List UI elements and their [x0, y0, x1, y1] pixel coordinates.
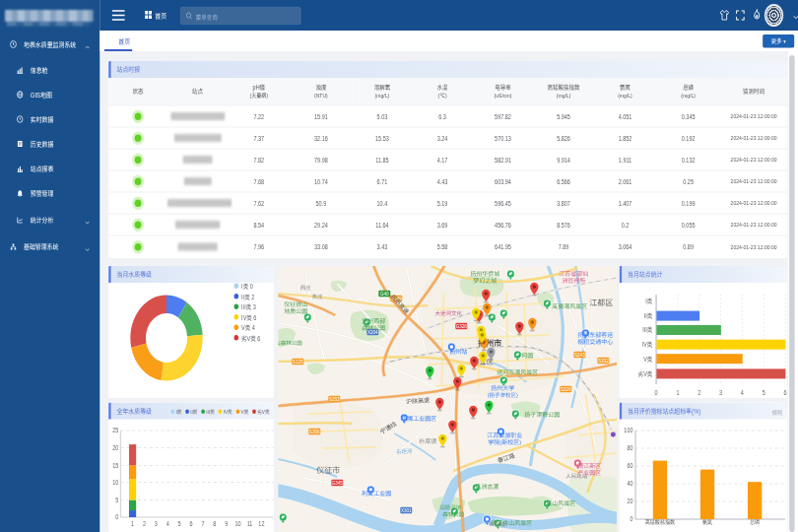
svg-text:I类: I类 — [645, 298, 652, 305]
svg-text:20: 20 — [627, 499, 633, 504]
svg-text:江苏旅游职业: 江苏旅游职业 — [487, 432, 522, 438]
svg-text:11: 11 — [247, 521, 253, 527]
svg-text:60: 60 — [627, 463, 633, 469]
svg-text:氨氮: 氨氮 — [702, 519, 713, 525]
svg-text:80: 80 — [627, 445, 633, 451]
svg-text:15: 15 — [112, 463, 119, 469]
svg-text:5: 5 — [763, 390, 766, 396]
svg-text:瓜洲古渡: 瓜洲古渡 — [475, 483, 499, 490]
svg-text:江都区: 江都区 — [589, 299, 613, 307]
svg-text:5: 5 — [115, 498, 119, 503]
svg-text:S356: S356 — [309, 430, 320, 434]
svg-text:3: 3 — [155, 521, 159, 527]
svg-text:0: 0 — [655, 390, 659, 396]
svg-text:扬州华侨城: 扬州华侨城 — [470, 270, 499, 277]
svg-text:仪征捺山: 仪征捺山 — [284, 300, 307, 307]
svg-text:10: 10 — [235, 521, 242, 527]
svg-text:扬州西部: 扬州西部 — [362, 317, 385, 324]
svg-text:高锰酸盐指数: 高锰酸盐指数 — [645, 519, 676, 525]
svg-text:S332: S332 — [598, 359, 609, 364]
svg-text:25: 25 — [112, 428, 119, 433]
svg-text:扬州站: 扬州站 — [449, 348, 467, 355]
svg-text:西庄: 西庄 — [300, 285, 312, 291]
svg-text:润扬湿地: 润扬湿地 — [439, 504, 462, 510]
svg-text:0: 0 — [115, 514, 119, 520]
svg-text:镇江新区: 镇江新区 — [577, 462, 601, 469]
svg-text:S243: S243 — [574, 353, 585, 358]
svg-text:III类: III类 — [642, 326, 652, 334]
svg-text:总磷: 总磷 — [750, 519, 761, 525]
svg-text:100: 100 — [624, 428, 633, 433]
svg-text:镇山森林公园: 镇山森林公园 — [278, 340, 302, 346]
svg-text:利民工业园: 利民工业园 — [362, 491, 391, 497]
svg-text:V类: V类 — [643, 355, 652, 363]
svg-text:学院(新校区): 学院(新校区) — [488, 438, 521, 445]
svg-text:古运河: 古运河 — [396, 448, 413, 454]
svg-text:江苏省邵仙: 江苏省邵仙 — [559, 270, 588, 277]
svg-text:4: 4 — [166, 521, 170, 527]
svg-text:森林公园: 森林公园 — [362, 324, 385, 331]
svg-text:6: 6 — [189, 521, 193, 527]
svg-text:1: 1 — [676, 390, 680, 396]
svg-text:6: 6 — [784, 390, 788, 396]
svg-text:何园: 何园 — [521, 352, 533, 359]
svg-text:8: 8 — [213, 521, 217, 527]
svg-text:梦幻之城: 梦幻之城 — [473, 277, 497, 284]
svg-text:华腾工业园区: 华腾工业园区 — [401, 415, 436, 422]
svg-text:扬子津野公园: 扬子津野公园 — [524, 411, 560, 418]
svg-text:扬州东部客运: 扬州东部客运 — [577, 331, 613, 338]
svg-text:G40: G40 — [380, 292, 389, 297]
svg-text:焦山风景区: 焦山风景区 — [546, 499, 575, 506]
svg-text:7: 7 — [201, 521, 205, 527]
svg-text:茱萸湾风景区: 茱萸湾风景区 — [552, 302, 587, 309]
svg-text:世业镇: 世业镇 — [489, 521, 505, 527]
svg-text:X301: X301 — [401, 508, 412, 513]
svg-text:2: 2 — [143, 521, 147, 527]
svg-text:朱庄: 朱庄 — [312, 294, 324, 299]
svg-text:劣V类: 劣V类 — [638, 369, 653, 377]
svg-text:5: 5 — [178, 521, 182, 527]
svg-text:4: 4 — [741, 390, 745, 396]
svg-text:朴席镇: 朴席镇 — [419, 437, 436, 444]
svg-text:大运河文化: 大运河文化 — [434, 310, 462, 316]
svg-text:洲管理所: 洲管理所 — [562, 277, 585, 284]
svg-text:12: 12 — [258, 521, 265, 527]
svg-text:2: 2 — [698, 390, 701, 396]
svg-text:IV类: IV类 — [642, 341, 653, 349]
svg-text:仪征市: 仪征市 — [316, 466, 340, 475]
svg-text:枢纽交通中心: 枢纽交通中心 — [577, 338, 613, 345]
svg-text:G328: G328 — [456, 324, 468, 329]
svg-text:S326: S326 — [561, 387, 571, 392]
svg-text:II类: II类 — [644, 312, 653, 320]
svg-text:地质公园: 地质公园 — [284, 307, 307, 314]
svg-text:扬州大学: 扬州大学 — [491, 384, 514, 391]
svg-text:10: 10 — [112, 480, 119, 486]
svg-text:3: 3 — [719, 390, 723, 396]
svg-text:(扬子津校区): (扬子津校区) — [488, 392, 518, 398]
svg-text:20: 20 — [112, 445, 119, 451]
svg-text:1: 1 — [131, 521, 135, 527]
svg-text:0: 0 — [630, 516, 633, 522]
svg-text:S125: S125 — [293, 360, 303, 365]
svg-text:人民路站: 人民路站 — [565, 473, 588, 479]
svg-text:G345: G345 — [331, 481, 343, 486]
svg-text:9: 9 — [225, 521, 229, 527]
svg-text:运河三湾风景区: 运河三湾风景区 — [497, 368, 538, 375]
svg-text:森林公园: 森林公园 — [442, 511, 465, 517]
svg-text:40: 40 — [627, 481, 633, 487]
svg-text:S353: S353 — [329, 397, 340, 402]
